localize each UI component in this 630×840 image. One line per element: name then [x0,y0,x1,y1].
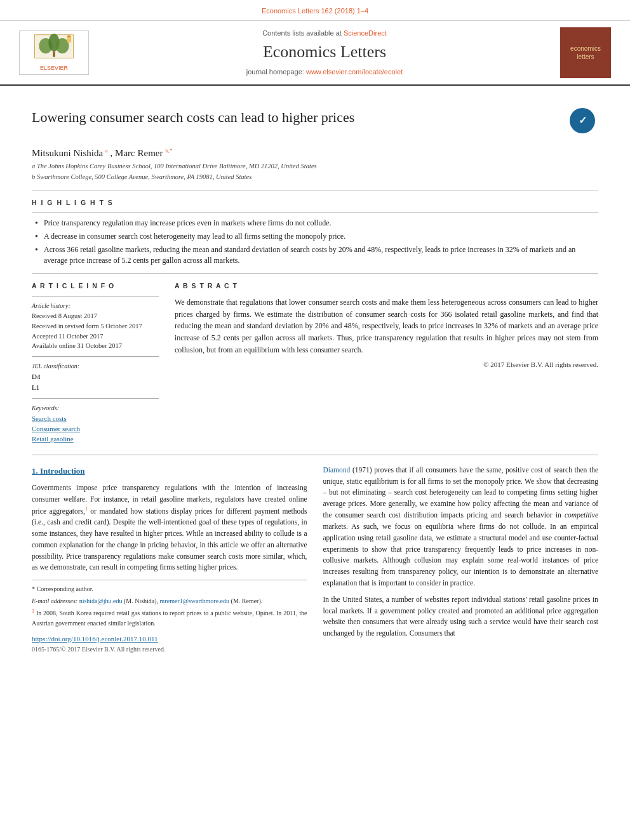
email-nishida[interactable]: nishida@jhu.edu [79,597,123,604]
main-content: Lowering consumer search costs can lead … [0,86,630,667]
journal-logo-right: economicsletters [560,27,611,78]
jel-label: JEL classification: [32,362,159,371]
highlights-heading: H I G H L I G H T S [32,198,598,208]
article-info-col: A R T I C L E I N F O Article history: R… [32,281,159,444]
article-title: Lowering consumer search costs can lead … [32,108,563,128]
footnote-ref-1: 1 [85,506,88,512]
journal-homepage: journal homepage: www.elsevier.com/locat… [102,67,547,77]
body-section: 1. Introduction Governments impose price… [32,465,598,654]
keywords-list: Search costs Consumer search Retail gaso… [32,414,159,444]
issn-line: 0165-1765/© 2017 Elsevier B.V. All right… [32,644,307,655]
jel-code-l1: L1 [32,383,159,392]
info-rule-1 [32,296,159,297]
journal-center: Contents lists available at ScienceDirec… [89,29,560,77]
history-label: Article history: [32,302,159,310]
sciencedirect-line: Contents lists available at ScienceDirec… [102,29,547,38]
sciencedirect-link[interactable]: ScienceDirect [344,29,387,37]
elsevier-logo: ELSEVIER [19,30,89,75]
body-col-left: 1. Introduction Governments impose price… [32,465,307,654]
homepage-url[interactable]: www.elsevier.com/locate/ecolet [306,68,403,76]
footnote-section: * Corresponding author. E-mail addresses… [32,580,307,628]
footnote-corresponding: * Corresponding author. [32,584,307,594]
keyword-3[interactable]: Retail gasoline [32,434,159,444]
info-rule-2 [32,356,159,357]
abstract-heading: A B S T R A C T [175,281,598,291]
right-para-2: In the United States, a number of websit… [323,594,599,639]
author2-sup: b,* [165,147,172,154]
author1-sup: a [105,147,108,154]
highlight-item-3: Across 366 retail gasoline markets, redu… [35,244,598,266]
elsevier-tree-icon [29,34,79,64]
section-divider-1 [32,190,598,190]
highlight-item-1: Price transparency regulation may increa… [35,218,598,229]
author1-name: Mitsukuni Nishida [32,148,103,158]
journal-header: ELSEVIER Contents lists available at Sci… [0,21,630,86]
doi-url[interactable]: https://doi.org/10.1016/j.econlet.2017.1… [32,635,158,643]
accepted-date: Accepted 11 October 2017 [32,332,159,342]
section-divider-2 [32,273,598,274]
top-bar: Economics Letters 162 (2018) 1–4 [0,0,630,21]
jel-code-d4: D4 [32,372,159,382]
footnote-1: 1 In 2008, South Korea required retail g… [32,608,307,628]
journal-logo-text: economicsletters [570,44,601,61]
elsevier-text: ELSEVIER [40,64,68,72]
body-col-right: Diamond (1971) proves that if all consum… [323,465,599,654]
keyword-1[interactable]: Search costs [32,414,159,423]
journal-title: Economics Letters [102,41,547,63]
highlights-list: Price transparency regulation may increa… [32,218,598,265]
info-rule-3 [32,398,159,399]
bottom-info: https://doi.org/10.1016/j.econlet.2017.1… [32,634,307,655]
journal-reference[interactable]: Economics Letters 162 (2018) 1–4 [262,7,368,15]
svg-text:×: × [587,112,591,118]
diamond-cite[interactable]: Diamond [323,466,351,474]
author2-name: Marc Remer [115,148,163,158]
available-date: Available online 31 October 2017 [32,342,159,351]
article-title-section: Lowering consumer search costs can lead … [32,98,598,143]
keywords-label: Keywords: [32,404,159,413]
page-container: Economics Letters 162 (2018) 1–4 ELSEVIE… [0,0,630,667]
email-remer[interactable]: mremer1@swarthmore.edu [160,597,229,604]
doi-link[interactable]: https://doi.org/10.1016/j.econlet.2017.1… [32,634,307,644]
crossmark-svg: ✓ × [572,110,593,131]
highlight-item-2: A decrease in consumer search cost heter… [35,231,598,242]
revised-date: Received in revised form 5 October 2017 [32,322,159,331]
footnote-email: E-mail addresses: nishida@jhu.edu (M. Ni… [32,596,307,606]
keyword-2[interactable]: Consumer search [32,424,159,434]
info-abstract-section: A R T I C L E I N F O Article history: R… [32,281,598,444]
intro-title: 1. Introduction [32,465,307,477]
abstract-text: We demonstrate that regulations that low… [175,297,598,356]
abstract-col: A B S T R A C T We demonstrate that regu… [175,281,598,444]
intro-para-1: Governments impose price transparency re… [32,483,307,573]
copyright-line: © 2017 Elsevier B.V. All rights reserved… [175,359,598,370]
svg-text:✓: ✓ [579,115,587,126]
crossmark-icon[interactable]: ✓ × [570,108,595,133]
affiliation-b: b Swarthmore College, 500 College Avenue… [32,173,598,182]
crossmark[interactable]: ✓ × [570,108,598,137]
svg-rect-4 [53,51,55,57]
affiliation-a: a The Johns Hopkins Carey Business Schoo… [32,162,598,171]
right-para-1: Diamond (1971) proves that if all consum… [323,465,599,589]
full-rule-1 [32,455,598,455]
received-date: Received 8 August 2017 [32,312,159,321]
authors-line: Mitsukuni Nishida a , Marc Remer b,* [32,147,598,160]
highlights-rule [32,212,598,213]
article-info-heading: A R T I C L E I N F O [32,281,159,291]
highlights-section: H I G H L I G H T S Price transparency r… [32,198,598,266]
